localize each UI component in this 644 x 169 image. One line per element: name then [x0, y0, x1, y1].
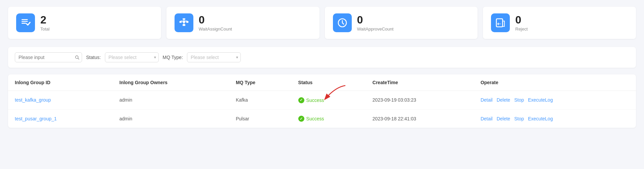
status-select-wrap: Please select Success Failed ▾: [105, 52, 159, 62]
data-table: Inlong Group ID Inlong Group Owners MQ T…: [8, 74, 636, 128]
table-wrapper: Inlong Group ID Inlong Group Owners MQ T…: [8, 74, 636, 128]
col-group-id: Inlong Group ID: [8, 74, 113, 91]
executelog-link-2[interactable]: ExecuteLog: [528, 116, 553, 121]
status-dot-2: [298, 116, 304, 122]
svg-rect-1: [22, 21, 28, 22]
table-row: test_pusar_group_1 admin Pulsar Success …: [8, 109, 636, 128]
detail-link-1[interactable]: Detail: [481, 97, 493, 103]
stat-card-wait-assign: 0 WaitAssignCount: [166, 7, 319, 39]
annotation-arrow: [318, 84, 349, 104]
status-dot-1: [298, 97, 304, 103]
reject-label: Reject: [515, 26, 528, 32]
detail-link-2[interactable]: Detail: [481, 116, 493, 121]
col-operate: Operate: [474, 74, 636, 91]
operate-links-1: Detail Delete Stop ExecuteLog: [481, 97, 629, 103]
svg-line-15: [78, 58, 79, 59]
cell-owners-2: admin: [113, 109, 229, 128]
mqtype-select-wrap: Please select Kafka Pulsar ▾: [187, 52, 241, 62]
col-create-time: CreateTime: [366, 74, 474, 91]
cell-status-1: Success: [292, 91, 366, 110]
stop-link-2[interactable]: Stop: [514, 116, 524, 121]
cell-operate-2: Detail Delete Stop ExecuteLog: [474, 109, 636, 128]
cell-operate-1: Detail Delete Stop ExecuteLog: [474, 91, 636, 110]
cell-create-time-2: 2023-09-18 22:41:03: [366, 109, 474, 128]
table-body: test_kafka_group admin Kafka Success: [8, 91, 636, 128]
stat-card-total: 2 Total: [8, 7, 161, 39]
wait-assign-icon: [175, 13, 193, 32]
stat-card-reject: 0 Reject: [483, 7, 636, 39]
col-owners: Inlong Group Owners: [113, 74, 229, 91]
total-icon: [16, 13, 35, 32]
group-id-link-2[interactable]: test_pusar_group_1: [15, 116, 57, 121]
cell-create-time-1: 2023-09-19 03:03:23: [366, 91, 474, 110]
operate-links-2: Detail Delete Stop ExecuteLog: [481, 116, 629, 121]
wait-assign-info: 0 WaitAssignCount: [199, 14, 232, 32]
mqtype-select[interactable]: Please select Kafka Pulsar: [187, 52, 241, 62]
stop-link-1[interactable]: Stop: [514, 97, 524, 103]
search-button[interactable]: [75, 55, 79, 60]
cell-mq-type-2: Pulsar: [229, 109, 291, 128]
wait-approve-number: 0: [357, 14, 394, 25]
svg-rect-0: [22, 19, 28, 20]
cell-group-id-2: test_pusar_group_1: [8, 109, 113, 128]
wait-assign-number: 0: [199, 14, 232, 25]
search-input-wrap: [15, 52, 82, 62]
status-text-2: Success: [306, 116, 324, 121]
cell-group-id-1: test_kafka_group: [8, 91, 113, 110]
table-row: test_kafka_group admin Kafka Success: [8, 91, 636, 110]
cell-mq-type-1: Kafka: [229, 91, 291, 110]
reject-icon: [491, 13, 510, 32]
stat-card-wait-approve: 0 WaitApproveCount: [325, 7, 478, 39]
stats-row: 2 Total 0 WaitA: [8, 7, 636, 39]
wait-approve-info: 0 WaitApproveCount: [357, 14, 394, 32]
svg-rect-10: [183, 24, 185, 26]
table-section: Inlong Group ID Inlong Group Owners MQ T…: [8, 74, 636, 128]
executelog-link-1[interactable]: ExecuteLog: [528, 97, 553, 103]
total-label: Total: [40, 26, 49, 32]
col-mq-type: MQ Type: [229, 74, 291, 91]
total-number: 2: [40, 14, 49, 25]
wait-approve-icon: [333, 13, 352, 32]
search-input[interactable]: [15, 52, 82, 62]
svg-rect-13: [496, 19, 503, 27]
page-container: 2 Total 0 WaitA: [0, 0, 644, 134]
cell-owners-1: admin: [113, 91, 229, 110]
total-info: 2 Total: [40, 14, 49, 32]
reject-info: 0 Reject: [515, 14, 528, 32]
wait-approve-label: WaitApproveCount: [357, 26, 394, 32]
reject-number: 0: [515, 14, 528, 25]
group-id-link-1[interactable]: test_kafka_group: [15, 97, 51, 103]
filter-bar: Status: Please select Success Failed ▾ M…: [8, 47, 636, 68]
cell-status-2: Success: [292, 109, 366, 128]
mqtype-filter-label: MQ Type:: [163, 55, 183, 60]
wait-assign-label: WaitAssignCount: [199, 26, 232, 32]
status-select[interactable]: Please select Success Failed: [105, 52, 159, 62]
status-filter-label: Status:: [86, 55, 101, 60]
delete-link-2[interactable]: Delete: [497, 116, 510, 121]
delete-link-1[interactable]: Delete: [497, 97, 510, 103]
svg-rect-2: [22, 23, 26, 24]
svg-rect-3: [183, 18, 185, 20]
